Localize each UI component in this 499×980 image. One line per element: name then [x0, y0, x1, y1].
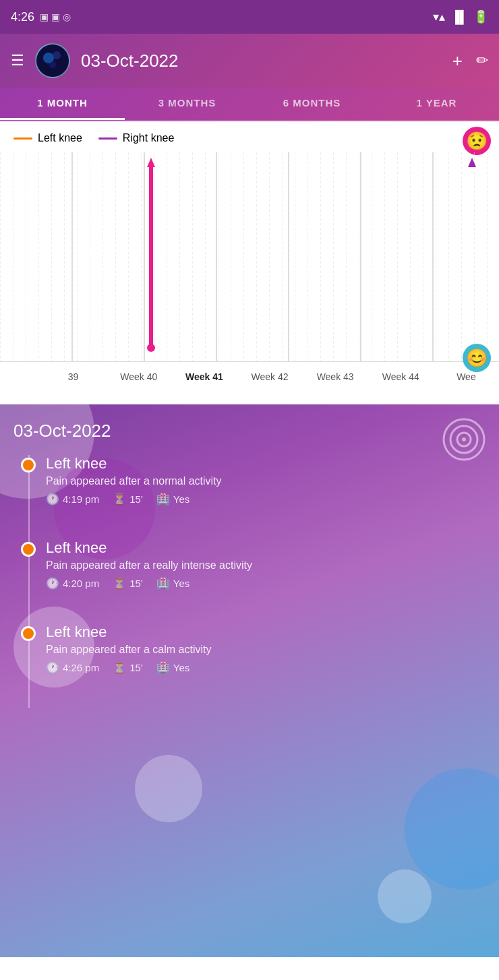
- chart-svg: [0, 152, 499, 361]
- week-41: Week 41: [171, 371, 237, 382]
- entry-2-time: 🕐 4:20 pm: [46, 577, 99, 590]
- hourglass-icon-3: ⏳: [113, 661, 126, 674]
- entry-3-duration: ⏳ 15': [113, 661, 143, 674]
- tab-1month[interactable]: 1 MONTH: [0, 88, 125, 120]
- entry-3-description: Pain appeared after a calm activity: [46, 644, 486, 656]
- clock-icon-2: 🕐: [46, 577, 59, 590]
- entry-1-time: 🕐 4:19 pm: [46, 493, 99, 506]
- timeline-item-1[interactable]: Left knee Pain appeared after a normal a…: [46, 455, 486, 506]
- timeline-item-2[interactable]: Left knee Pain appeared after a really i…: [46, 539, 486, 590]
- chart-area[interactable]: [0, 152, 499, 361]
- svg-point-2: [53, 51, 61, 59]
- medical-icon-1: 🏥: [156, 493, 170, 506]
- header-title: 03-Oct-2022: [81, 51, 442, 71]
- week-labels: 39 Week 40 Week 41 Week 42 Week 43 Week …: [0, 361, 499, 392]
- entry-1-medical: 🏥 Yes: [156, 493, 189, 506]
- wifi-icon: ▾▴: [433, 9, 445, 24]
- entry-1-location: Left knee: [46, 455, 486, 472]
- battery-icon: 🔋: [473, 9, 488, 24]
- entry-2-medical: 🏥 Yes: [156, 577, 189, 590]
- timeline-line: [28, 455, 30, 708]
- tab-6months[interactable]: 6 MONTHS: [250, 88, 374, 120]
- week-39: 39: [40, 371, 106, 382]
- entry-2-duration: ⏳ 15': [113, 577, 143, 590]
- edit-button[interactable]: ✏: [476, 52, 488, 69]
- week-40: Week 40: [106, 371, 171, 382]
- timeline-dot-2: [21, 542, 36, 557]
- status-icons: ▣ ▣ ◎: [40, 11, 71, 22]
- right-knee-line-color: [98, 137, 117, 140]
- hourglass-icon-1: ⏳: [113, 493, 126, 506]
- entry-2-meta: 🕐 4:20 pm ⏳ 15' 🏥 Yes: [46, 577, 486, 590]
- week-44: Week 44: [368, 371, 434, 382]
- entry-2-location: Left knee: [46, 539, 486, 557]
- svg-point-3: [49, 61, 56, 68]
- clock-icon-3: 🕐: [46, 661, 59, 674]
- sad-face-icon: 😟: [463, 127, 491, 155]
- medical-icon-2: 🏥: [156, 577, 170, 590]
- status-right: ▾▴ ▐▌ 🔋: [433, 9, 488, 24]
- week-43: Week 43: [303, 371, 368, 382]
- entry-2-description: Pain appeared after a really intense act…: [46, 559, 486, 572]
- entry-1-description: Pain appeared after a normal activity: [46, 475, 486, 487]
- week-next: Wee: [434, 371, 499, 382]
- timeline-item-3[interactable]: Left knee Pain appeared after a calm act…: [46, 623, 486, 674]
- timeline-dot-1: [21, 458, 36, 472]
- avatar[interactable]: [35, 43, 70, 78]
- clock-icon-1: 🕐: [46, 493, 59, 506]
- app-header: ☰ 03-Oct-2022 + ✏: [0, 34, 499, 88]
- entry-3-meta: 🕐 4:26 pm ⏳ 15' 🏥 Yes: [46, 661, 486, 674]
- left-knee-label: Left knee: [38, 132, 82, 144]
- hamburger-icon[interactable]: ☰: [11, 52, 24, 69]
- chart-container: 😟 Left knee Right knee: [0, 121, 499, 404]
- entry-1-duration: ⏳ 15': [113, 493, 143, 506]
- left-knee-line-color: [13, 137, 32, 140]
- timeline-dot-3: [21, 626, 36, 641]
- chart-legend: Left knee Right knee: [0, 132, 499, 152]
- happy-face-icon: 😊: [463, 344, 491, 372]
- tab-3months[interactable]: 3 MONTHS: [125, 88, 250, 120]
- add-button[interactable]: +: [452, 51, 463, 71]
- svg-point-20: [462, 437, 466, 441]
- signal-icon: ▐▌: [450, 10, 468, 24]
- bottom-section: 03-Oct-2022 Left knee Pain appeared afte…: [0, 404, 499, 957]
- entry-3-location: Left knee: [46, 623, 486, 641]
- entry-1-meta: 🕐 4:19 pm ⏳ 15' 🏥 Yes: [46, 493, 486, 506]
- status-bar: 4:26 ▣ ▣ ◎ ▾▴ ▐▌ 🔋: [0, 0, 499, 34]
- legend-right-knee: Right knee: [98, 132, 175, 144]
- header-actions: + ✏: [452, 51, 488, 71]
- medical-icon-3: 🏥: [156, 661, 170, 674]
- legend-left-knee: Left knee: [13, 132, 82, 144]
- timeline: Left knee Pain appeared after a normal a…: [13, 455, 486, 708]
- right-knee-label: Right knee: [123, 132, 175, 144]
- svg-point-14: [147, 344, 155, 352]
- status-time: 4:26: [11, 10, 34, 24]
- week-42: Week 42: [237, 371, 302, 382]
- status-left: 4:26 ▣ ▣ ◎: [11, 10, 71, 24]
- section-date: 03-Oct-2022: [13, 421, 486, 441]
- entry-3-time: 🕐 4:26 pm: [46, 661, 99, 674]
- tab-1year[interactable]: 1 YEAR: [374, 88, 499, 120]
- hourglass-icon-2: ⏳: [113, 577, 126, 590]
- svg-rect-5: [0, 152, 499, 361]
- entry-3-medical: 🏥 Yes: [156, 661, 189, 674]
- period-tabs: 1 MONTH 3 MONTHS 6 MONTHS 1 YEAR: [0, 88, 499, 121]
